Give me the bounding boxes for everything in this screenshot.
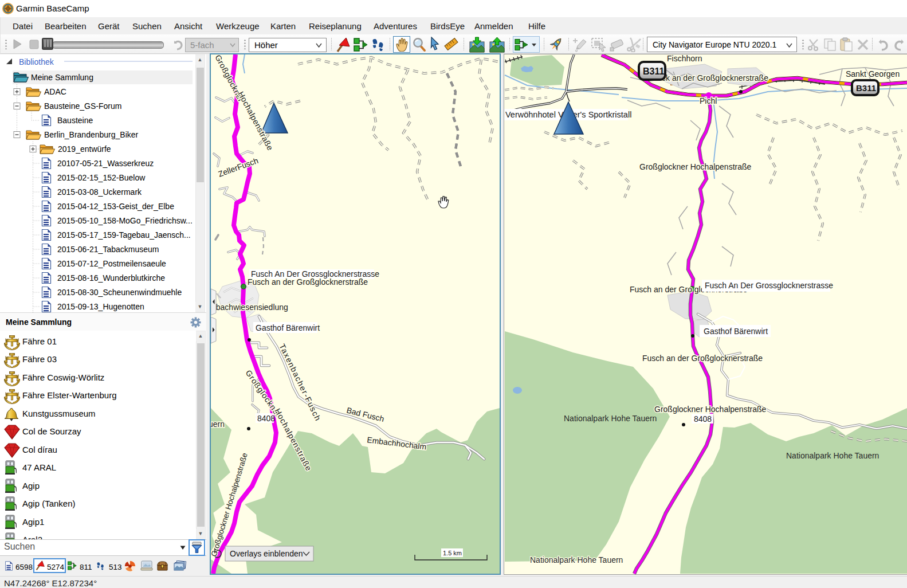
- svg-text:Großglockner Hochalpenstraße: Großglockner Hochalpenstraße: [639, 162, 752, 171]
- svg-text:8408: 8408: [257, 414, 275, 423]
- svg-text:Agip1: Agip1: [22, 517, 44, 527]
- svg-text:20107-05-21_Wasserkreuz: 20107-05-21_Wasserkreuz: [57, 159, 154, 168]
- svg-text:ADAC: ADAC: [44, 87, 66, 96]
- svg-text:Fusch an der Großglocknerstraß: Fusch an der Großglocknerstraße: [642, 354, 763, 363]
- svg-text:2015-05-10_158-MoGo_Friedrichs: 2015-05-10_158-MoGo_Friedrichsw...: [57, 216, 193, 225]
- svg-text:2019_entwürfe: 2019_entwürfe: [58, 144, 111, 154]
- svg-text:2015-08-30_Scheunenwindmuehle: 2015-08-30_Scheunenwindmuehle: [57, 288, 182, 297]
- svg-text:nbachwiesensiedlung: nbachwiesensiedlung: [211, 303, 288, 312]
- svg-text:Gasthof Bärenwirt: Gasthof Bärenwirt: [256, 323, 320, 332]
- svg-text:B311: B311: [643, 66, 664, 76]
- svg-text:Meine Sammlung: Meine Sammlung: [31, 73, 93, 82]
- svg-text:2015-09-13_Hugenotten: 2015-09-13_Hugenotten: [57, 302, 144, 311]
- svg-text:Col de Sourzay: Col de Sourzay: [22, 426, 81, 436]
- svg-text:Gasthof Bärenwirt: Gasthof Bärenwirt: [704, 327, 768, 336]
- svg-text:Bausteine_GS-Forum: Bausteine_GS-Forum: [44, 101, 121, 111]
- svg-text:Pichl: Pichl: [700, 96, 717, 105]
- svg-text:Bibliothek: Bibliothek: [19, 57, 54, 66]
- svg-text:2015-07-12_Postmeilensaeule: 2015-07-12_Postmeilensaeule: [57, 259, 166, 268]
- svg-text:2015-06-21_Tabackmuseum: 2015-06-21_Tabackmuseum: [57, 245, 159, 254]
- svg-text:Aral2: Aral2: [22, 535, 42, 539]
- svg-text:Fähre Elster-Wartenburg: Fähre Elster-Wartenburg: [22, 390, 117, 400]
- svg-text:B311: B311: [856, 83, 876, 93]
- svg-text:Fusch an der Großglocknerstraß: Fusch an der Großglocknerstraße: [248, 277, 368, 287]
- svg-text:1.5 km: 1.5 km: [443, 550, 462, 556]
- svg-text:Agip (Tanken): Agip (Tanken): [22, 499, 76, 508]
- svg-text:Agip: Agip: [22, 481, 40, 491]
- svg-text:Kunstgussmuseum: Kunstgussmuseum: [22, 409, 96, 418]
- svg-text:Sankt Georgen: Sankt Georgen: [846, 69, 900, 79]
- svg-text:Overlays einblenden: Overlays einblenden: [230, 549, 303, 558]
- svg-text:2015-05-17_159-Tagebau_Jaensch: 2015-05-17_159-Tagebau_Jaensch...: [57, 230, 191, 240]
- svg-text:2015-04-12_153-Geist_der_Elbe: 2015-04-12_153-Geist_der_Elbe: [57, 202, 174, 211]
- svg-text:Fusch An Der Grossglocknerstra: Fusch An Der Grossglocknerstrasse: [705, 281, 833, 290]
- svg-text:2015-02-15_152-Buelow: 2015-02-15_152-Buelow: [57, 173, 146, 182]
- svg-text:Nationalpark Hohe Tauern: Nationalpark Hohe Tauern: [530, 555, 623, 565]
- svg-text:Fähre 01: Fähre 01: [22, 336, 57, 346]
- svg-text:Fähre 03: Fähre 03: [22, 354, 57, 364]
- svg-text:47 ARAL: 47 ARAL: [22, 462, 56, 472]
- svg-text:Col dírau: Col dírau: [22, 445, 57, 454]
- svg-text:Berlin_Brandenburg_Biker: Berlin_Brandenburg_Biker: [44, 130, 139, 139]
- svg-text:ck an der Großglocknerstraße: ck an der Großglocknerstraße: [662, 73, 768, 83]
- svg-text:8408: 8408: [694, 414, 712, 424]
- svg-text:uern: uern: [210, 420, 225, 429]
- svg-text:Fähre Coswig-Wörlitz: Fähre Coswig-Wörlitz: [22, 373, 104, 382]
- svg-text:Bausteine: Bausteine: [57, 116, 93, 125]
- svg-text:Nationalpark Hohe Tauern: Nationalpark Hohe Tauern: [786, 451, 879, 460]
- svg-text:2015-08-16_Wunderblutkirche: 2015-08-16_Wunderblutkirche: [57, 273, 165, 283]
- svg-text:2015-03-08_Uckermark: 2015-03-08_Uckermark: [57, 187, 142, 197]
- svg-text:Fischhorn: Fischhorn: [667, 54, 702, 63]
- svg-text:Großglockner Hochalpenstraße: Großglockner Hochalpenstraße: [654, 405, 767, 414]
- svg-text:Nationalpark Hohe Tauern: Nationalpark Hohe Tauern: [564, 414, 657, 423]
